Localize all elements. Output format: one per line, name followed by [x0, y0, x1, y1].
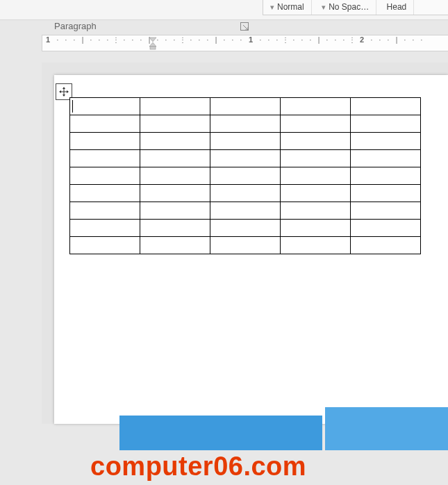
ruler-tick: |: [392, 36, 401, 44]
horizontal-ruler[interactable]: 1···|···⋮···|···⋮···|···1···⋮···|···⋮2··…: [42, 35, 448, 51]
table-row: [70, 115, 421, 133]
ruler-tick: ·: [417, 36, 426, 44]
paragraph-dialog-launcher-icon[interactable]: [240, 22, 250, 32]
ruler-tick: ·: [162, 36, 170, 44]
ribbon-bar: ▾Normal ▾No Spac… Head: [0, 0, 448, 20]
ruler-tick: ·: [298, 36, 306, 44]
table-cell[interactable]: [210, 202, 281, 220]
ruler-tick: ·: [87, 36, 95, 44]
table-row: [70, 202, 421, 220]
table-row: [70, 98, 421, 115]
watermark-block: [325, 407, 448, 450]
table-cell[interactable]: [140, 98, 210, 115]
watermark-block: [119, 416, 322, 450]
table-cell[interactable]: [210, 98, 281, 115]
ruler-tick: ·: [331, 36, 340, 44]
table-cell[interactable]: [351, 185, 421, 202]
table-cell[interactable]: [351, 150, 421, 167]
ruler-tick: |: [212, 36, 220, 44]
style-normal[interactable]: ▾Normal: [263, 0, 312, 15]
style-heading1[interactable]: Head: [380, 0, 415, 15]
table-cell[interactable]: [281, 185, 351, 202]
table-cell[interactable]: [351, 167, 421, 185]
ruler-marks: 1···|···⋮···|···⋮···|···1···⋮···|···⋮2··…: [42, 35, 448, 51]
ruler-tick: |: [145, 36, 154, 44]
table-cell[interactable]: [210, 150, 281, 167]
table-cell[interactable]: [140, 185, 210, 202]
table-cell[interactable]: [140, 133, 210, 150]
ruler-tick: ·: [53, 36, 62, 44]
ruler-tick: ⋮: [348, 36, 356, 44]
table-cell[interactable]: [140, 220, 210, 237]
table-cell[interactable]: [210, 220, 281, 237]
ruler-tick: 1: [245, 35, 256, 44]
document-table[interactable]: [69, 97, 421, 254]
table-cell[interactable]: [140, 202, 210, 220]
paragraph-group-label: Paragraph: [54, 21, 97, 31]
ruler-tick: ·: [220, 36, 229, 44]
table-cell[interactable]: [281, 202, 351, 220]
ruler-tick: ·: [128, 36, 137, 44]
table-row: [70, 185, 421, 202]
ruler-tick: 1: [42, 35, 53, 44]
table-cell[interactable]: [351, 237, 421, 254]
ruler-tick: ·: [265, 36, 273, 44]
table-cell[interactable]: [70, 237, 140, 254]
table-cell[interactable]: [281, 220, 351, 237]
ruler-tick: |: [315, 36, 323, 44]
table-cell[interactable]: [351, 202, 421, 220]
table-cell[interactable]: [210, 237, 281, 254]
ruler-tick: ⋮: [281, 36, 290, 44]
ruler-tick: |: [78, 36, 87, 44]
table-cell[interactable]: [281, 167, 351, 185]
table-row: [70, 133, 421, 150]
ruler-tick: ·: [187, 36, 195, 44]
ruler-tick: ·: [154, 36, 162, 44]
table-row: [70, 167, 421, 185]
table-cell[interactable]: [70, 185, 140, 202]
styles-gallery[interactable]: ▾Normal ▾No Spac… Head: [263, 0, 448, 15]
ruler-tick: ·: [401, 36, 409, 44]
table-cell[interactable]: [140, 115, 210, 133]
table-cell[interactable]: [210, 185, 281, 202]
table-cell[interactable]: [70, 133, 140, 150]
table-cell[interactable]: [70, 98, 140, 115]
table-cell[interactable]: [351, 98, 421, 115]
ruler-tick: ·: [323, 36, 331, 44]
ruler-tick: ·: [376, 36, 384, 44]
table-cell[interactable]: [70, 150, 140, 167]
ruler-tick: ·: [195, 36, 204, 44]
table-cell[interactable]: [70, 167, 140, 185]
table-cell[interactable]: [70, 220, 140, 237]
table-cell[interactable]: [281, 133, 351, 150]
ruler-tick: ·: [340, 36, 348, 44]
ruler-tick: ·: [120, 36, 128, 44]
table-cell[interactable]: [351, 115, 421, 133]
table-cell[interactable]: [281, 115, 351, 133]
table-cell[interactable]: [351, 133, 421, 150]
table-cell[interactable]: [210, 115, 281, 133]
table-cell[interactable]: [70, 202, 140, 220]
style-no-spacing[interactable]: ▾No Spac…: [315, 0, 376, 15]
table-cell[interactable]: [210, 133, 281, 150]
ruler-tick: ·: [62, 36, 70, 44]
table-cell[interactable]: [351, 220, 421, 237]
watermark-text: computer06.com: [90, 452, 306, 482]
table-cell[interactable]: [140, 167, 210, 185]
table-cell[interactable]: [281, 237, 351, 254]
table-cell[interactable]: [210, 167, 281, 185]
ruler-tick: ·: [95, 36, 103, 44]
table-cell[interactable]: [70, 115, 140, 133]
ruler-tick: ·: [290, 36, 298, 44]
ruler-tick: ·: [256, 36, 265, 44]
table-row: [70, 237, 421, 254]
ruler-tick: ·: [237, 36, 245, 44]
ruler-tick: ·: [170, 36, 179, 44]
table-cell[interactable]: [140, 150, 210, 167]
ruler-tick: ·: [229, 36, 237, 44]
table-cell[interactable]: [140, 237, 210, 254]
ruler-tick: ·: [367, 36, 376, 44]
table-cell[interactable]: [281, 98, 351, 115]
table-row: [70, 150, 421, 167]
table-cell[interactable]: [281, 150, 351, 167]
